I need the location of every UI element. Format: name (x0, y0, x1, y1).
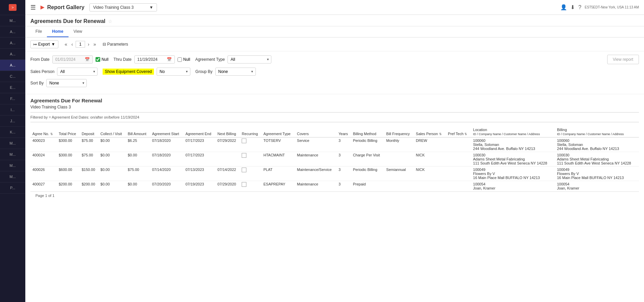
sidebar-item-f[interactable]: F... (0, 93, 25, 104)
top-nav: ☰ ► Report Gallery Video Training Class … (25, 0, 644, 15)
cell-deposit: $75.00 (80, 152, 99, 167)
cell-pref-tech (446, 167, 471, 181)
cell-years: 3 (337, 181, 351, 192)
cell-agree-no: 400027 (30, 181, 57, 192)
sidebar-item-m1[interactable]: M... (0, 15, 25, 26)
cell-bill-frequency: Monthly (384, 137, 414, 152)
cell-billing-method: Charge Per Visit (351, 152, 384, 167)
parameters-button[interactable]: ⊟ Parameters (103, 42, 128, 47)
col-agree-no: Agree No. ⇅ (30, 126, 57, 137)
cell-recurring (240, 167, 261, 181)
sidebar-item-a1[interactable]: A... (0, 26, 25, 37)
sidebar-item-m2[interactable]: M... (0, 138, 25, 149)
cell-agreement-start: 07/18/2020 (150, 152, 183, 167)
cell-deposit: $200.00 (80, 181, 99, 192)
user-icon[interactable]: 👤 (560, 4, 567, 10)
sidebar-item-m3[interactable]: M... (0, 149, 25, 160)
cell-billing-method: Prepaid (351, 181, 384, 192)
sidebar-item-i[interactable]: I... (0, 104, 25, 116)
col-billing-method: Billing Method (351, 126, 384, 137)
group-by-select[interactable]: None (215, 68, 256, 76)
hamburger-menu-icon[interactable]: ☰ (30, 4, 36, 11)
nav-next-button[interactable]: › (86, 41, 91, 48)
cell-years: 3 (337, 167, 351, 181)
agreement-type-select[interactable]: All (227, 55, 271, 64)
cell-agreement-type: TOTSERV (261, 137, 295, 152)
nav-right-controls: 👤 ⬇ ? EST5EDT-New York, USA 11:13 AM (560, 4, 639, 10)
table-row: 400027 $200.00 $200.00 $0.00 $0.00 07/20… (30, 181, 639, 192)
favorite-star-icon[interactable]: ☆ (108, 19, 112, 24)
export-button[interactable]: ↦ Export ▼ (30, 40, 58, 48)
sort-by-select-wrap: None (46, 79, 87, 87)
table-row: 400023 $300.00 $75.00 $0.00 $6.25 07/18/… (30, 137, 639, 152)
recurring-checkbox[interactable] (242, 182, 246, 187)
null-label: Null (102, 57, 109, 62)
sidebar-item-j[interactable]: J... (0, 116, 25, 127)
sales-person-select[interactable]: All (57, 68, 98, 76)
cell-next-billing: 07/29/2022 (215, 137, 240, 152)
cell-agree-no: 400023 (30, 137, 57, 152)
sidebar-item-p[interactable]: P... (0, 182, 25, 194)
params-row-2: Sales Person All Show Equipment Covered … (30, 68, 639, 76)
cell-bill-amount: $0.00 (126, 152, 150, 167)
download-icon[interactable]: ⬇ (570, 4, 575, 10)
recurring-checkbox[interactable] (242, 168, 246, 172)
sort-by-select[interactable]: None (46, 79, 87, 87)
sidebar-toggle[interactable]: > (0, 0, 25, 15)
sidebar-item-m4[interactable]: M... (0, 160, 25, 171)
col-next-billing: Next Billing (215, 126, 240, 137)
sidebar-toggle-button[interactable]: > (9, 4, 16, 11)
sidebar-item-a3[interactable]: A... (0, 49, 25, 60)
tab-file[interactable]: File (30, 26, 47, 37)
thru-date-group: Thru Date 11/19/2024 📅 Null (113, 55, 190, 64)
help-icon[interactable]: ? (578, 4, 581, 10)
from-date-group: From Date 01/01/2024 📅 Null (30, 55, 108, 64)
show-equipment-label: Show Equipment Covered (103, 69, 154, 75)
cell-sales-person (414, 181, 446, 192)
sidebar-item-m5[interactable]: M... (0, 171, 25, 182)
cell-total-price: $600.00 (57, 167, 80, 181)
sales-person-group: Sales Person All (30, 68, 98, 76)
cell-location: 100030Adams Sheet Metal Fabricating111 S… (471, 152, 555, 167)
sort-icon-tech[interactable]: ⇅ (464, 132, 467, 136)
view-report-button[interactable]: View report (607, 55, 639, 64)
sidebar-item-e[interactable]: E... (0, 82, 25, 93)
thru-date-input[interactable]: 11/19/2024 📅 (134, 55, 175, 64)
cell-billing-method: Periodic Billing (351, 167, 384, 181)
report-footer: Page 1 of 1 (30, 192, 639, 199)
col-recurring: Recurring (240, 126, 261, 137)
cell-agreement-end: 07/17/2023 (183, 137, 215, 152)
sidebar-item-a2[interactable]: A... (0, 37, 25, 49)
report-table-body: 400023 $300.00 $75.00 $0.00 $6.25 07/18/… (30, 137, 639, 192)
nav-prev-button[interactable]: ‹ (70, 41, 74, 48)
cell-covers: Maintenance/Service (295, 167, 337, 181)
cell-covers: Service (295, 137, 337, 152)
nav-first-button[interactable]: « (63, 41, 69, 48)
from-date-input[interactable]: 01/01/2024 📅 (52, 55, 93, 64)
nav-last-button[interactable]: » (92, 41, 98, 48)
cell-agreement-start: 07/14/2020 (150, 167, 183, 181)
thru-date-null-checkbox[interactable] (178, 57, 182, 62)
tab-view[interactable]: View (69, 26, 87, 37)
report-subtitle: Video Training Class 3 (30, 105, 639, 109)
sidebar-item-a4[interactable]: A... (0, 60, 25, 71)
cell-bill-amount: $0.00 (126, 181, 150, 192)
report-title-dropdown[interactable]: Video Training Class 3 ▼ (89, 3, 157, 11)
cell-collect-visit: $0.00 (99, 167, 126, 181)
from-date-null-checkbox[interactable] (96, 57, 100, 62)
cell-billing-addr: 100030Adams Sheet Metal Fabricating111 S… (555, 152, 639, 167)
report-filter-text: Filtered by = Agreement End Dates: on/af… (30, 115, 639, 122)
page-title: Agreements Due for Renewal (30, 18, 105, 24)
group-by-label: Group By (195, 69, 213, 74)
tab-home[interactable]: Home (47, 26, 68, 37)
recurring-checkbox[interactable] (242, 153, 246, 158)
pagination-controls: « ‹ › » (63, 41, 98, 48)
page-number-input[interactable] (76, 41, 85, 48)
cell-agreement-end: 07/19/2023 (183, 181, 215, 192)
recurring-checkbox[interactable] (242, 139, 246, 143)
sort-icon-agree[interactable]: ⇅ (50, 132, 53, 136)
sidebar-item-k[interactable]: K... (0, 127, 25, 138)
show-equipment-select[interactable]: No Yes (157, 68, 190, 76)
sidebar-item-c[interactable]: C... (0, 71, 25, 82)
sort-icon-sales[interactable]: ⇅ (439, 132, 442, 136)
